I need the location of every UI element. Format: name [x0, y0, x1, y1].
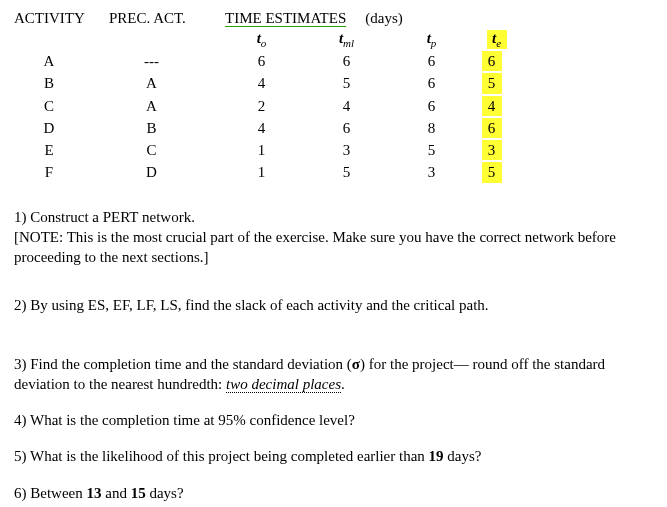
cell-tp: 3 [389, 162, 474, 182]
cell-te: 6 [474, 51, 509, 71]
cell-activity: B [29, 73, 69, 93]
table-row: FD1535 [14, 162, 653, 182]
header-days: (days) [365, 10, 403, 26]
table-body: A---6666BA4565CA2464DB4686EC1353FD1535 [14, 51, 653, 183]
cell-tp: 6 [389, 96, 474, 116]
cell-te: 6 [474, 118, 509, 138]
question-1: 1) Construct a PERT network. [14, 207, 653, 227]
cell-tp: 6 [389, 51, 474, 71]
subheader-te: te [474, 30, 519, 49]
question-6-text-e: days? [146, 485, 184, 501]
subheader-to: to [219, 30, 304, 49]
header-time-estimates: TIME ESTIMATES [225, 10, 346, 27]
cell-activity: C [29, 96, 69, 116]
question-6-text-c: and [101, 485, 130, 501]
table-row: BA4565 [14, 73, 653, 93]
cell-te: 4 [474, 96, 509, 116]
question-4: 4) What is the completion time at 95% co… [14, 410, 653, 430]
subheader-tml: tml [304, 30, 389, 49]
cell-activity: D [29, 118, 69, 138]
table-row: EC1353 [14, 140, 653, 160]
cell-prec: C [114, 140, 189, 160]
table-row: DB4686 [14, 118, 653, 138]
question-2: 2) By using ES, EF, LF, LS, find the sla… [14, 295, 653, 315]
table-header-row: ACTIVITY PREC. ACT. TIME ESTIMATES (days… [14, 10, 653, 27]
cell-to: 1 [219, 162, 304, 182]
question-6-num-2: 15 [131, 485, 146, 501]
cell-to: 4 [219, 73, 304, 93]
cell-te: 5 [474, 73, 509, 93]
table-row: A---6666 [14, 51, 653, 71]
cell-tp: 8 [389, 118, 474, 138]
cell-tml: 3 [304, 140, 389, 160]
cell-tp: 5 [389, 140, 474, 160]
question-5-num: 19 [429, 448, 444, 464]
cell-prec: --- [114, 51, 189, 71]
cell-prec: D [114, 162, 189, 182]
question-3: 3) Find the completion time and the stan… [14, 354, 653, 395]
header-prec-act: PREC. ACT. [109, 10, 219, 27]
subheader-spacer [14, 30, 219, 49]
header-activity: ACTIVITY [14, 10, 109, 27]
cell-tml: 6 [304, 51, 389, 71]
question-6-num-1: 13 [86, 485, 101, 501]
cell-prec: B [114, 118, 189, 138]
cell-activity: A [29, 51, 69, 71]
cell-tml: 5 [304, 162, 389, 182]
question-3-text-a: 3) Find the completion time and the stan… [14, 356, 352, 372]
cell-prec: A [114, 96, 189, 116]
cell-te: 5 [474, 162, 509, 182]
cell-tml: 5 [304, 73, 389, 93]
cell-tp: 6 [389, 73, 474, 93]
header-time-estimates-wrap: TIME ESTIMATES (days) [225, 10, 403, 27]
table-subheader-row: to tml tp te [14, 30, 653, 49]
cell-activity: E [29, 140, 69, 160]
questions-block: 1) Construct a PERT network. [NOTE: This… [14, 207, 653, 503]
question-6-text-a: 6) Between [14, 485, 86, 501]
sigma-symbol: σ [352, 356, 360, 372]
subheader-tp: tp [389, 30, 474, 49]
cell-to: 2 [219, 96, 304, 116]
question-5-text-a: 5) What is the likelihood of this projec… [14, 448, 429, 464]
question-3-text-d: . [341, 376, 345, 392]
table-row: CA2464 [14, 96, 653, 116]
question-5-text-c: days? [444, 448, 482, 464]
cell-tml: 6 [304, 118, 389, 138]
cell-to: 4 [219, 118, 304, 138]
cell-to: 6 [219, 51, 304, 71]
question-5: 5) What is the likelihood of this projec… [14, 446, 653, 466]
cell-prec: A [114, 73, 189, 93]
question-6: 6) Between 13 and 15 days? [14, 483, 653, 503]
cell-activity: F [29, 162, 69, 182]
question-1-note: [NOTE: This is the most crucial part of … [14, 227, 653, 268]
question-3-emph: two decimal places [226, 376, 341, 393]
cell-to: 1 [219, 140, 304, 160]
cell-te: 3 [474, 140, 509, 160]
cell-tml: 4 [304, 96, 389, 116]
